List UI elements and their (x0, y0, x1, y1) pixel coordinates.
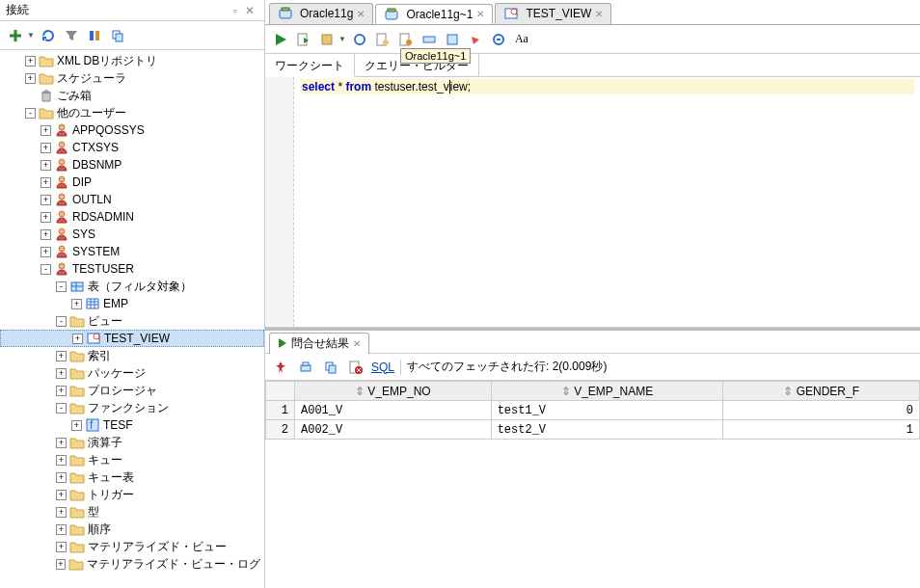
pin-icon[interactable] (271, 358, 290, 377)
expander-icon[interactable]: - (56, 403, 67, 414)
results-grid[interactable]: ⇕ V_EMP_NO⇕ V_EMP_NAME⇕ GENDER_F1A001_Vt… (265, 381, 920, 440)
expander-icon[interactable]: + (25, 73, 36, 84)
tab-worksheet[interactable]: ワークシート (265, 54, 355, 77)
close-icon[interactable]: ✕ (595, 9, 603, 19)
tree-node[interactable]: +順序 (0, 521, 264, 538)
history-icon[interactable] (443, 30, 462, 49)
tree-node[interactable]: +TEST_VIEW (0, 330, 264, 347)
expander-icon[interactable]: + (25, 56, 36, 67)
new-connection-icon[interactable] (6, 26, 25, 45)
tree-node[interactable]: +DIP (0, 174, 264, 191)
grid-cell[interactable]: test2_V (491, 420, 723, 440)
tree-node[interactable]: +RDSADMIN (0, 208, 264, 226)
close-icon[interactable]: ✕ (476, 9, 484, 19)
minimize-icon[interactable]: ▫ (230, 4, 241, 17)
sql-editor[interactable]: select * from testuser.test_view; (265, 77, 920, 328)
table-row[interactable]: 2A002_Vtest2_V1 (266, 420, 920, 440)
expander-icon[interactable]: + (41, 125, 51, 136)
expander-icon[interactable]: + (41, 195, 51, 205)
autotrace-icon[interactable] (350, 30, 369, 49)
tree-node[interactable]: +マテリアライズド・ビュー (0, 538, 264, 555)
expander-icon[interactable]: + (72, 334, 83, 344)
tree-node[interactable]: +SYS (0, 226, 264, 243)
expander-icon[interactable]: + (56, 455, 67, 466)
expander-icon[interactable]: + (56, 542, 67, 552)
commit-icon[interactable] (373, 30, 392, 49)
editor-content[interactable]: select * from testuser.test_view; (294, 77, 920, 327)
expander-icon[interactable]: - (25, 108, 36, 119)
export-icon[interactable] (321, 358, 340, 377)
copy-icon[interactable] (108, 26, 127, 45)
tree-node[interactable]: +CTXSYS (0, 139, 264, 156)
refresh-icon[interactable] (39, 26, 58, 45)
grid-cell[interactable]: 0 (723, 401, 920, 420)
expander-icon[interactable]: + (71, 299, 82, 309)
run-script-icon[interactable] (294, 30, 313, 49)
tree-node[interactable]: +パッケージ (0, 364, 264, 382)
tree-node[interactable]: -ビュー (0, 312, 264, 330)
expander-icon[interactable]: + (41, 177, 51, 188)
close-panel-icon[interactable]: ✕ (241, 4, 258, 17)
grid-cell[interactable]: A001_V (295, 401, 492, 420)
expander-icon[interactable]: + (56, 490, 67, 500)
expander-icon[interactable]: + (56, 507, 67, 518)
tree-node[interactable]: +演算子 (0, 434, 264, 451)
expander-icon[interactable]: + (41, 143, 51, 153)
expander-icon[interactable]: + (56, 559, 66, 570)
tree-node[interactable]: +fTESF (0, 416, 264, 434)
expander-icon[interactable]: + (56, 524, 67, 535)
tree-node[interactable]: +トリガー (0, 486, 264, 503)
tree-node[interactable]: +マテリアライズド・ビュー・ログ (0, 555, 264, 573)
sql-link[interactable]: SQL (371, 361, 394, 374)
expander-icon[interactable]: + (71, 420, 82, 431)
editor-tab[interactable]: Oracle11g✕ (269, 3, 373, 24)
rollback-icon[interactable] (396, 30, 416, 49)
results-tab[interactable]: 問合せ結果 ✕ (269, 333, 369, 354)
tree-node[interactable]: +スケジューラ (0, 69, 264, 87)
expander-icon[interactable]: + (41, 160, 51, 171)
grid-cell[interactable]: 1 (723, 420, 920, 440)
grid-header[interactable]: ⇕ V_EMP_NO (295, 382, 492, 401)
editor-tab[interactable]: Oracle11g~1✕ (375, 4, 493, 25)
unshared-icon[interactable] (419, 30, 439, 49)
expander-icon[interactable]: + (41, 247, 51, 257)
expander-icon[interactable]: + (56, 368, 67, 379)
dropdown-icon[interactable]: ▼ (27, 31, 35, 40)
expander-icon[interactable]: + (41, 229, 51, 240)
dropdown-icon[interactable]: ▼ (338, 35, 346, 43)
tree-node[interactable]: +キュー (0, 451, 264, 468)
print-icon[interactable] (296, 358, 315, 377)
tree-node[interactable]: +OUTLN (0, 191, 264, 208)
grid-header[interactable]: ⇕ GENDER_F (723, 382, 920, 401)
filter-icon[interactable] (62, 26, 81, 45)
expander-icon[interactable]: + (56, 438, 67, 448)
expander-icon[interactable]: + (41, 212, 51, 223)
expander-icon[interactable]: + (56, 472, 67, 483)
clear-icon[interactable] (466, 30, 485, 49)
tree-node[interactable]: +DBSNMP (0, 156, 264, 174)
cancel-icon[interactable] (346, 358, 365, 377)
tree-node[interactable]: +型 (0, 503, 264, 521)
tree-node[interactable]: +索引 (0, 347, 264, 364)
tree-node[interactable]: +プロシージャ (0, 382, 264, 399)
tree-node[interactable]: -表（フィルタ対象） (0, 278, 264, 295)
tree-node[interactable]: ごみ箱 (0, 87, 264, 104)
case-icon[interactable]: Aa (512, 30, 531, 49)
grid-cell[interactable]: test1_V (491, 401, 723, 420)
wrap-icon[interactable] (489, 30, 508, 49)
explain-plan-icon[interactable] (317, 30, 337, 49)
tree-node[interactable]: +XML DBリポジトリ (0, 52, 264, 69)
tree-node[interactable]: -他のユーザー (0, 104, 264, 121)
tree-node[interactable]: +EMP (0, 295, 264, 312)
close-icon[interactable]: ✕ (357, 9, 365, 19)
expander-icon[interactable]: - (41, 264, 51, 275)
expander-icon[interactable]: + (56, 351, 67, 361)
grid-cell[interactable]: A002_V (295, 420, 492, 440)
tree-node[interactable]: +SYSTEM (0, 243, 264, 260)
tree-node[interactable]: +キュー表 (0, 468, 264, 486)
expander-icon[interactable]: - (56, 281, 67, 292)
grid-header[interactable]: ⇕ V_EMP_NAME (491, 382, 723, 401)
tree-node[interactable]: -TESTUSER (0, 260, 264, 278)
expander-icon[interactable]: + (56, 386, 67, 396)
settings-icon[interactable] (85, 26, 104, 45)
